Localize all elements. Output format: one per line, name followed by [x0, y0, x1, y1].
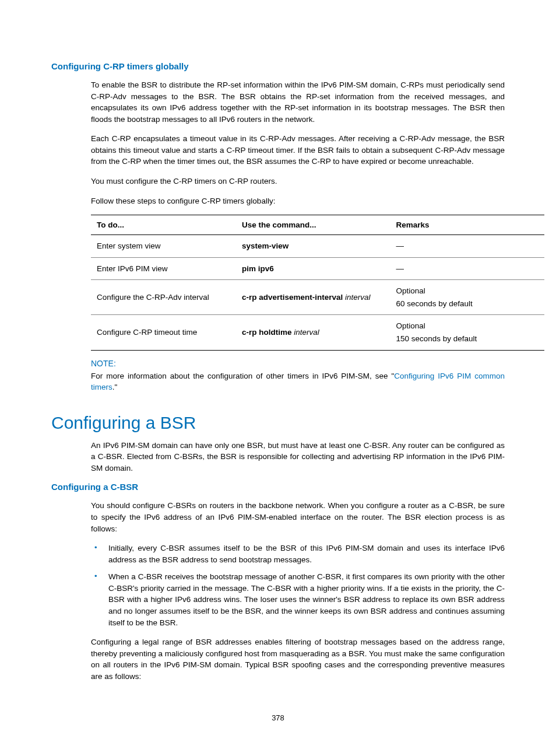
col-header-remarks: Remarks — [390, 215, 544, 235]
paragraph: Follow these steps to configure C-RP tim… — [91, 195, 505, 207]
steps-table: To do... Use the command... Remarks Ente… — [91, 215, 544, 351]
note-text: For more information about the configura… — [91, 370, 505, 393]
cell-command: pim ipv6 — [236, 257, 390, 280]
paragraph: Configuring a legal range of BSR address… — [91, 636, 505, 682]
cell-remarks: — — [390, 235, 544, 258]
cell-todo: Enter IPv6 PIM view — [91, 257, 236, 280]
table-row: Configure C-RP timeout timec-rp holdtime… — [91, 315, 544, 350]
table-row: Enter IPv6 PIM viewpim ipv6— — [91, 257, 544, 280]
cell-command: c-rp advertisement-interval interval — [236, 280, 390, 315]
cell-remarks: Optional150 seconds by default — [390, 315, 544, 350]
cell-todo: Configure the C-RP-Adv interval — [91, 280, 236, 315]
col-header-todo: To do... — [91, 215, 236, 235]
note-before: For more information about the configura… — [91, 372, 394, 380]
cell-command: c-rp holdtime interval — [236, 315, 390, 350]
cell-todo: Configure C-RP timeout time — [91, 315, 236, 350]
paragraph: Each C-RP encapsulates a timeout value i… — [91, 133, 505, 167]
list-item: When a C-BSR receives the bootstrap mess… — [91, 571, 505, 628]
col-header-command: Use the command... — [236, 215, 390, 235]
list-item: Initially, every C-BSR assumes itself to… — [91, 542, 505, 565]
table-row: Configure the C-RP-Adv intervalc-rp adve… — [91, 280, 544, 315]
cell-command: system-view — [236, 235, 390, 258]
bullet-list: Initially, every C-BSR assumes itself to… — [91, 542, 505, 628]
table-header-row: To do... Use the command... Remarks — [91, 215, 544, 235]
cell-remarks: — — [390, 257, 544, 280]
paragraph: An IPv6 PIM-SM domain can have only one … — [91, 440, 505, 474]
heading-configuring-cbsr: Configuring a C-BSR — [51, 482, 505, 492]
paragraph: You should configure C-BSRs on routers i… — [91, 500, 505, 534]
heading-configuring-bsr: Configuring a BSR — [51, 413, 505, 433]
note-label: NOTE: — [91, 359, 505, 368]
heading-crp-timers: Configuring C-RP timers globally — [51, 61, 505, 71]
page-number: 378 — [0, 713, 556, 722]
paragraph: You must configure the C-RP timers on C-… — [91, 176, 505, 187]
cell-todo: Enter system view — [91, 235, 236, 258]
cell-remarks: Optional60 seconds by default — [390, 280, 544, 315]
note-after: ." — [112, 383, 118, 391]
paragraph: To enable the BSR to distribute the RP-s… — [91, 79, 505, 125]
table-row: Enter system viewsystem-view— — [91, 235, 544, 258]
